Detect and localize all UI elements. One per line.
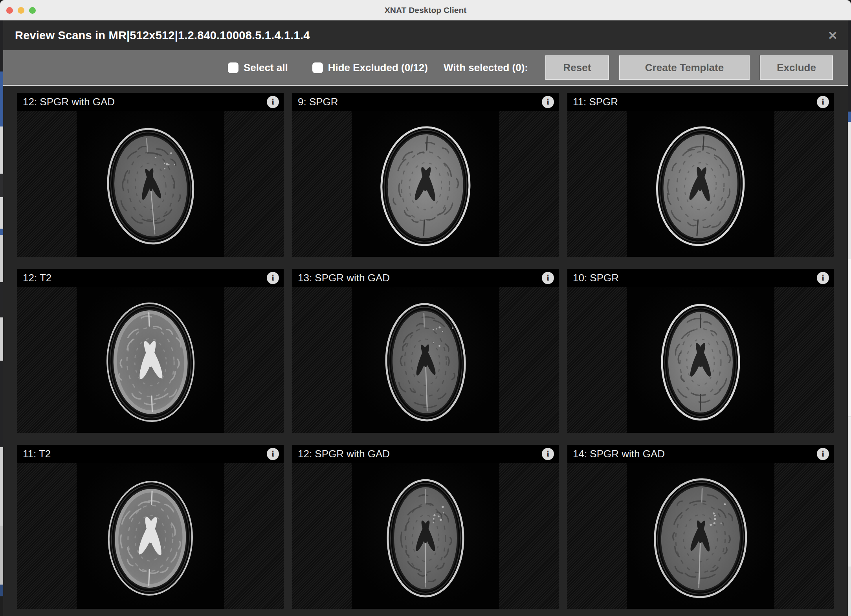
- scan-thumbnail: [352, 463, 499, 609]
- review-scans-dialog: Review Scans in MR|512x512|1.2.840.10008…: [3, 20, 848, 616]
- background-app-fragment: [0, 72, 3, 126]
- scan-label: 11: SPGR: [573, 96, 817, 108]
- background-app-fragment: [0, 526, 3, 585]
- scan-label: 12: SPGR with GAD: [23, 96, 267, 108]
- scan-tile-header: 9: SPGR i: [292, 93, 559, 111]
- scan-label: 12: SPGR with GAD: [298, 448, 542, 460]
- scan-tile-header: 11: SPGR i: [567, 93, 834, 111]
- background-app-fragment: [0, 317, 3, 361]
- scan-image-area[interactable]: [17, 463, 284, 609]
- scan-image-area[interactable]: [567, 463, 834, 609]
- scan-thumbnail: [77, 463, 224, 609]
- scan-tile[interactable]: 9: SPGR i: [292, 93, 559, 257]
- scan-tile[interactable]: 12: SPGR with GAD i: [292, 445, 559, 609]
- hide-excluded-checkbox-group[interactable]: Hide Excluded (0/12): [312, 62, 428, 74]
- background-app-fragment: [848, 417, 851, 566]
- scan-thumbnail: [77, 287, 224, 433]
- background-app-fragment: [0, 126, 3, 174]
- scan-tile-header: 12: SPGR with GAD i: [292, 445, 559, 463]
- scan-image-area[interactable]: [17, 111, 284, 257]
- scan-label: 13: SPGR with GAD: [298, 272, 542, 284]
- background-app-fragment: [0, 197, 3, 229]
- scan-tile[interactable]: 11: T2 i: [17, 445, 284, 609]
- background-app-fragment: [0, 585, 3, 596]
- scan-tile[interactable]: 13: SPGR with GAD i: [292, 269, 559, 433]
- background-app-right-sliver: [848, 20, 851, 616]
- create-template-button[interactable]: Create Template: [619, 55, 750, 80]
- scan-thumbnail: [77, 111, 224, 257]
- app-window: XNAT Desktop Client Review Scans in MR|5…: [0, 0, 851, 616]
- scan-image-area[interactable]: [567, 287, 834, 433]
- scan-label: 11: T2: [23, 448, 267, 460]
- background-app-fragment: [0, 361, 3, 447]
- info-icon[interactable]: i: [817, 96, 829, 108]
- background-app-fragment: [848, 122, 851, 259]
- background-app-fragment: [848, 259, 851, 416]
- select-all-label: Select all: [244, 62, 288, 74]
- scan-image-area[interactable]: [292, 111, 559, 257]
- scan-tile-header: 12: SPGR with GAD i: [17, 93, 284, 111]
- background-app-fragment: [848, 566, 851, 616]
- reset-button[interactable]: Reset: [545, 55, 609, 80]
- scan-tile-header: 14: SPGR with GAD i: [567, 445, 834, 463]
- scan-tile[interactable]: 11: SPGR i: [567, 93, 834, 257]
- scan-tile-header: 13: SPGR with GAD i: [292, 269, 559, 287]
- scan-label: 14: SPGR with GAD: [573, 448, 817, 460]
- background-app-fragment: [0, 229, 3, 235]
- scan-thumbnail: [352, 287, 499, 433]
- with-selected-label: With selected (0):: [444, 62, 528, 74]
- toolbar: Select all Hide Excluded (0/12) With sel…: [3, 50, 848, 86]
- scan-thumbnail: [627, 111, 774, 257]
- scan-tile[interactable]: 14: SPGR with GAD i: [567, 445, 834, 609]
- scan-label: 9: SPGR: [298, 96, 542, 108]
- background-app-fragment: [0, 235, 3, 282]
- background-app-left-sliver: [0, 20, 3, 616]
- background-app-fragment: [848, 20, 851, 112]
- scan-tile[interactable]: 10: SPGR i: [567, 269, 834, 433]
- scan-thumbnail: [627, 287, 774, 433]
- info-icon[interactable]: i: [267, 448, 279, 460]
- select-all-checkbox[interactable]: [228, 62, 238, 73]
- info-icon[interactable]: i: [267, 96, 279, 108]
- background-app-fragment: [0, 447, 3, 526]
- scan-image-area[interactable]: [292, 463, 559, 609]
- info-icon[interactable]: i: [542, 448, 554, 460]
- hide-excluded-label: Hide Excluded (0/12): [328, 62, 428, 74]
- scan-tile[interactable]: 12: SPGR with GAD i: [17, 93, 284, 257]
- close-window-icon[interactable]: [6, 7, 13, 14]
- window-title: XNAT Desktop Client: [0, 6, 851, 15]
- scan-tile-header: 10: SPGR i: [567, 269, 834, 287]
- info-icon[interactable]: i: [267, 272, 279, 284]
- info-icon[interactable]: i: [817, 272, 829, 284]
- background-app-fragment: [0, 20, 3, 72]
- scan-tile-header: 12: T2 i: [17, 269, 284, 287]
- scan-image-area[interactable]: [567, 111, 834, 257]
- dialog-header: Review Scans in MR|512x512|1.2.840.10008…: [3, 20, 848, 50]
- info-icon[interactable]: i: [542, 272, 554, 284]
- info-icon[interactable]: i: [817, 448, 829, 460]
- hide-excluded-checkbox[interactable]: [312, 62, 323, 73]
- background-app-fragment: [848, 112, 851, 122]
- select-all-checkbox-group[interactable]: Select all: [228, 62, 288, 74]
- background-app-fragment: [0, 174, 3, 197]
- minimize-window-icon[interactable]: [18, 7, 24, 14]
- dialog-close-icon[interactable]: ✕: [828, 20, 838, 50]
- scan-thumbnail: [627, 463, 774, 609]
- scan-label: 12: T2: [23, 272, 267, 284]
- zoom-window-icon[interactable]: [29, 7, 36, 14]
- scan-tile[interactable]: 12: T2 i: [17, 269, 284, 433]
- scan-label: 10: SPGR: [573, 272, 817, 284]
- window-controls: [6, 0, 36, 20]
- dialog-title: Review Scans in MR|512x512|1.2.840.10008…: [3, 29, 310, 42]
- scan-image-area[interactable]: [292, 287, 559, 433]
- scan-grid: 12: SPGR with GAD i 9: SPGR i: [3, 86, 848, 616]
- background-app-fragment: [0, 596, 3, 616]
- scan-image-area[interactable]: [17, 287, 284, 433]
- background-app-fragment: [0, 282, 3, 317]
- screen: XNAT Desktop Client Review Scans in MR|5…: [0, 0, 851, 616]
- scan-tile-header: 11: T2 i: [17, 445, 284, 463]
- exclude-button[interactable]: Exclude: [760, 55, 833, 80]
- macos-titlebar: XNAT Desktop Client: [0, 0, 851, 20]
- info-icon[interactable]: i: [542, 96, 554, 108]
- scan-thumbnail: [352, 111, 499, 257]
